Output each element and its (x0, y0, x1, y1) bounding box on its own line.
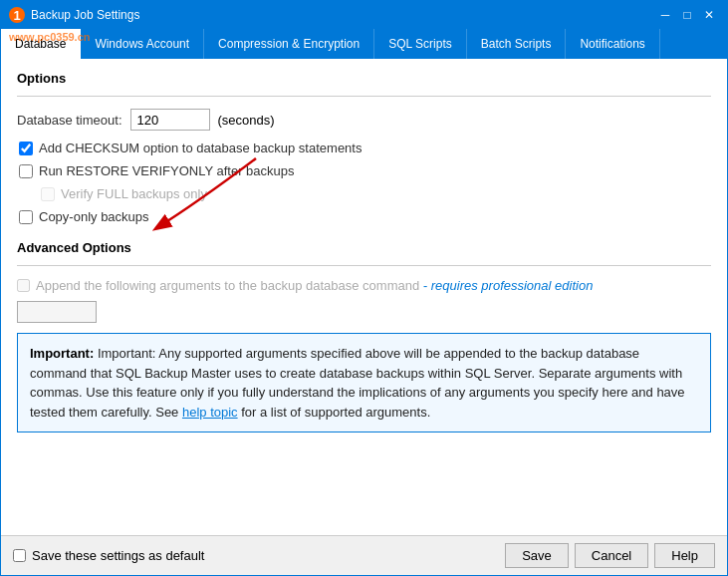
important-bold: Important: (30, 346, 94, 361)
advanced-section-title: Advanced Options (17, 240, 711, 255)
restore-verify-label: Run RESTORE VERIFYONLY after backups (39, 163, 295, 178)
append-checkbox[interactable] (17, 279, 30, 292)
copy-only-checkbox[interactable] (19, 210, 33, 224)
options-section-title: Options (17, 71, 711, 86)
tab-compression-encryption[interactable]: Compression & Encryption (204, 29, 374, 59)
footer-right: Save Cancel Help (505, 543, 715, 568)
save-button[interactable]: Save (505, 543, 569, 568)
copy-only-row: Copy-only backups (17, 209, 711, 224)
title-bar: 1 Backup Job Settings ─ □ ✕ (1, 1, 727, 29)
timeout-unit: (seconds) (218, 113, 275, 128)
verify-full-row: Verify FULL backups only (17, 186, 711, 201)
help-topic-link[interactable]: help topic (182, 405, 238, 420)
append-pro-label: - requires professional edition (423, 278, 594, 293)
app-icon: 1 (9, 7, 25, 23)
verify-full-checkbox[interactable] (41, 187, 55, 201)
important-suffix: for a list of supported arguments. (241, 405, 430, 420)
important-box: Important: Important: Any supported argu… (17, 333, 711, 432)
tab-batch-scripts[interactable]: Batch Scripts (467, 29, 567, 59)
options-divider (17, 96, 711, 97)
restore-verify-checkbox[interactable] (19, 164, 33, 178)
checksum-checkbox[interactable] (19, 142, 33, 155)
append-arguments-row: Append the following arguments to the ba… (17, 278, 711, 293)
advanced-section: Advanced Options Append the following ar… (17, 240, 711, 432)
append-label: Append the following arguments to the ba… (36, 278, 593, 293)
arguments-input[interactable] (17, 301, 97, 323)
footer: Save these settings as default Save Canc… (1, 535, 727, 575)
append-label-text: Append the following arguments to the ba… (36, 278, 419, 293)
copy-only-label: Copy-only backups (39, 209, 149, 224)
window-title: Backup Job Settings (31, 8, 139, 22)
restore-verify-row: Run RESTORE VERIFYONLY after backups (17, 163, 711, 178)
window-controls: ─ □ ✕ (655, 5, 719, 25)
tab-windows-account[interactable]: Windows Account (81, 29, 204, 59)
tab-sql-scripts[interactable]: SQL Scripts (374, 29, 467, 59)
save-default-checkbox[interactable] (13, 549, 26, 562)
maximize-button[interactable]: □ (677, 5, 697, 25)
watermark: www.pc0359.cn (9, 31, 91, 43)
minimize-button[interactable]: ─ (655, 5, 675, 25)
tab-notifications[interactable]: Notifications (566, 29, 659, 59)
save-default-label: Save these settings as default (32, 548, 204, 563)
tab-bar: Database Windows Account Compression & E… (1, 29, 727, 59)
help-button[interactable]: Help (654, 543, 715, 568)
timeout-row: Database timeout: (seconds) (17, 109, 711, 131)
cancel-button[interactable]: Cancel (575, 543, 648, 568)
advanced-divider (17, 265, 711, 266)
timeout-input[interactable] (130, 109, 210, 131)
checksum-label: Add CHECKSUM option to database backup s… (39, 141, 362, 155)
content-area: Options Database timeout: (seconds) Add … (1, 59, 727, 535)
checksum-row: Add CHECKSUM option to database backup s… (17, 141, 711, 155)
title-bar-left: 1 Backup Job Settings (9, 7, 139, 23)
main-window: 1 Backup Job Settings ─ □ ✕ www.pc0359.c… (0, 0, 728, 576)
verify-full-label: Verify FULL backups only (61, 186, 207, 201)
close-button[interactable]: ✕ (699, 5, 719, 25)
timeout-label: Database timeout: (17, 113, 122, 128)
footer-left: Save these settings as default (13, 548, 204, 563)
important-text: Important: Important: Any supported argu… (30, 346, 685, 420)
